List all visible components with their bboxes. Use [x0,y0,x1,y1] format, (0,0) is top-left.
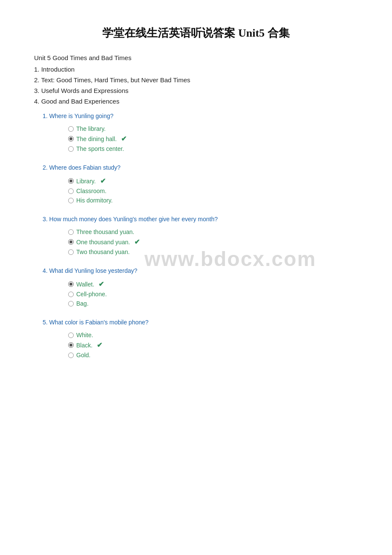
toc-item-4: 4. Good and Bad Experiences [34,98,358,105]
question-2-option-2[interactable]: Classroom. [68,188,358,194]
option-label-2: The dining hall. [76,136,117,142]
radio-circle [68,198,74,203]
radio-circle [68,292,74,297]
question-1-option-1[interactable]: The library. [68,125,358,132]
question-3-option-3[interactable]: Two thousand yuan. [68,249,358,255]
question-5-option-3[interactable]: Gold. [68,352,358,358]
question-5-options: White.Black.✔Gold. [68,332,358,358]
questions-section: 1. Where is Yunling going?The library.Th… [34,113,358,358]
question-4-option-2[interactable]: Cell-phone. [68,291,358,298]
correct-checkmark: ✔ [121,135,127,143]
radio-dot [69,344,72,347]
option-label-1: Wallet. [76,281,94,288]
toc-section: Unit 5 Good Times and Bad Times 1. Intro… [34,54,358,105]
toc-item-3: 3. Useful Words and Expressions [34,87,358,94]
radio-circle [68,126,74,132]
option-label-2: Cell-phone. [76,291,107,298]
correct-checkmark: ✔ [97,341,102,349]
correct-checkmark: ✔ [100,177,106,185]
question-3-option-2[interactable]: One thousand yuan.✔ [68,238,358,246]
question-3: 3. How much money does Yunling's mother … [43,216,358,255]
option-label-1: White. [76,332,93,338]
option-label-3: Gold. [76,352,90,358]
question-3-text: 3. How much money does Yunling's mother … [43,216,358,223]
question-1-option-2[interactable]: The dining hall.✔ [68,135,358,143]
radio-circle [68,136,74,142]
question-4-option-3[interactable]: Bag. [68,300,358,307]
radio-circle [68,146,74,152]
option-label-1: Three thousand yuan. [76,228,134,235]
toc-item-unit: Unit 5 Good Times and Bad Times [34,54,358,61]
radio-dot [69,137,72,140]
question-5-option-2[interactable]: Black.✔ [68,341,358,349]
radio-circle [68,249,74,255]
question-4-text: 4. What did Yunling lose yesterday? [43,267,358,274]
radio-dot [69,240,72,243]
option-label-1: The library. [76,125,106,132]
radio-circle [68,239,74,245]
question-4-option-1[interactable]: Wallet.✔ [68,280,358,288]
radio-circle [68,301,74,306]
toc-item-2: 2. Text: Good Times, Hard Times, but Nev… [34,76,358,84]
option-label-3: Bag. [76,300,89,307]
radio-circle [68,281,74,287]
question-1-text: 1. Where is Yunling going? [43,113,358,119]
radio-dot [69,283,72,286]
radio-circle [68,353,74,358]
question-1-option-3[interactable]: The sports center. [68,145,358,152]
question-5: 5. What color is Fabian's mobile phone?W… [43,319,358,358]
option-label-2: One thousand yuan. [76,239,130,246]
option-label-3: The sports center. [76,145,124,152]
option-label-3: His dormitory. [76,197,112,204]
toc-item-1: 1. Introduction [34,66,358,73]
question-4-options: Wallet.✔Cell-phone.Bag. [68,280,358,307]
question-5-text: 5. What color is Fabian's mobile phone? [43,319,358,326]
question-4: 4. What did Yunling lose yesterday?Walle… [43,267,358,307]
question-2: 2. Where does Fabian study?Library.✔Clas… [43,164,358,204]
radio-circle [68,229,74,235]
option-label-2: Black. [76,342,92,349]
radio-circle [68,178,74,184]
option-label-3: Two thousand yuan. [76,249,130,255]
correct-checkmark: ✔ [134,238,140,246]
question-1-options: The library.The dining hall.✔The sports … [68,125,358,152]
option-label-2: Classroom. [76,188,107,194]
question-2-options: Library.✔Classroom.His dormitory. [68,177,358,204]
page-title: 学堂在线生活英语听说答案 Unit5 合集 [34,26,358,40]
option-label-1: Library. [76,178,96,185]
question-3-options: Three thousand yuan.One thousand yuan.✔T… [68,228,358,255]
radio-circle [68,332,74,338]
question-2-text: 2. Where does Fabian study? [43,164,358,171]
question-3-option-1[interactable]: Three thousand yuan. [68,228,358,235]
question-5-option-1[interactable]: White. [68,332,358,338]
question-2-option-3[interactable]: His dormitory. [68,197,358,204]
question-1: 1. Where is Yunling going?The library.Th… [43,113,358,152]
radio-circle [68,342,74,348]
radio-dot [69,179,72,182]
correct-checkmark: ✔ [98,280,104,288]
radio-circle [68,188,74,194]
question-2-option-1[interactable]: Library.✔ [68,177,358,185]
